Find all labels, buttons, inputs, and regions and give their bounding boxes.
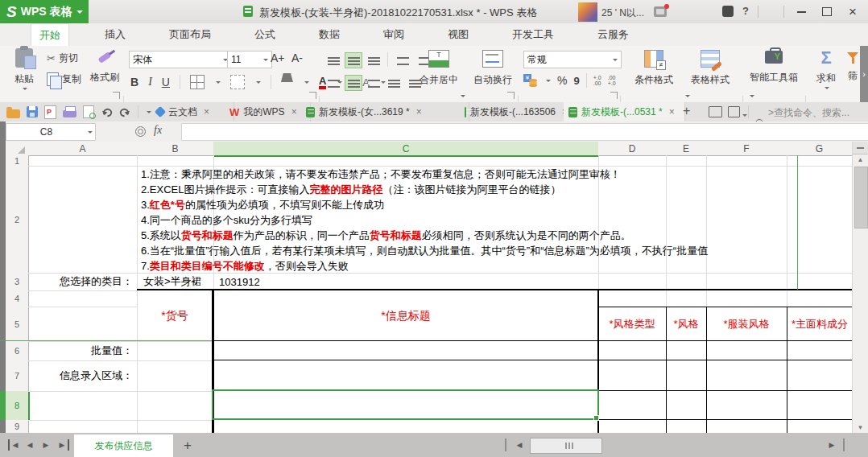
next-sheet-icon[interactable]: ▶ <box>40 439 52 451</box>
undo-icon[interactable] <box>101 106 113 118</box>
name-box[interactable]: C8 <box>6 123 96 141</box>
tab-cloud[interactable]: 云服务 <box>589 23 637 46</box>
split-handle[interactable] <box>853 142 868 154</box>
tab-data[interactable]: 数据 <box>311 23 348 46</box>
doc-tab-template1[interactable]: 新发模板-(女...3619 * × <box>301 102 469 121</box>
font-size-select[interactable]: 11 <box>227 51 272 68</box>
new-document-tab-button[interactable]: + <box>683 104 690 118</box>
row-header-2[interactable]: 2 <box>6 166 29 274</box>
add-sheet-button[interactable]: + <box>184 438 192 454</box>
doc-tab-mywps[interactable]: W 我的WPS × <box>225 102 311 121</box>
cell-d5[interactable]: *风格类型 <box>598 307 666 341</box>
row-header-5[interactable]: 5 <box>6 307 29 342</box>
save-icon[interactable] <box>27 106 38 117</box>
sheet-tab-active[interactable]: 发布供应信息 <box>74 434 173 457</box>
row-header-3[interactable]: 3 <box>6 273 29 291</box>
tab-page-layout[interactable]: 页面布局 <box>161 23 219 46</box>
filter-button[interactable]: 筛 <box>844 52 862 83</box>
column-header-b[interactable]: B <box>137 142 214 156</box>
tab-home[interactable]: 开始 <box>31 23 69 47</box>
prev-sheet-icon[interactable]: ◀ <box>24 439 35 451</box>
cut-button[interactable]: ✂ 剪切 <box>47 51 78 65</box>
cell-b3[interactable]: 女装>半身裙 <box>143 273 212 290</box>
tab-insert[interactable]: 插入 <box>97 23 134 46</box>
borders-dropdown-icon[interactable] <box>216 81 221 86</box>
number-format-select[interactable]: 常规 <box>523 51 622 68</box>
fill-handle[interactable] <box>593 415 599 421</box>
last-sheet-icon[interactable]: ▶ <box>56 439 69 451</box>
column-header-f[interactable]: F <box>706 142 787 156</box>
selected-cell-c8[interactable] <box>212 389 599 420</box>
close-tab-icon[interactable]: × <box>291 106 297 117</box>
close-tab-icon[interactable]: × <box>416 106 422 117</box>
cell-c3[interactable]: 1031912 <box>219 273 380 290</box>
user-avatar[interactable] <box>578 2 597 22</box>
draw-border-dropdown-icon[interactable] <box>256 81 261 86</box>
cell-c4-c5-merged[interactable]: *信息标题 <box>213 290 598 341</box>
copy-button[interactable]: 复制 <box>47 72 81 86</box>
cell-g5[interactable]: *主面料成分 <box>787 307 857 341</box>
switch-window-icon[interactable] <box>709 106 722 117</box>
row-header-6[interactable]: 6 <box>6 341 29 361</box>
comma-style-button[interactable]: 9 <box>573 75 579 87</box>
tab-review[interactable]: 审阅 <box>375 23 412 46</box>
column-header-c[interactable]: C <box>213 142 599 157</box>
justify-button[interactable] <box>385 75 403 91</box>
row-header-8[interactable]: 8 <box>6 391 30 421</box>
cell-a7[interactable]: 信息录入区域： <box>28 360 133 391</box>
increase-decimal-button[interactable]: +.0.00 <box>593 75 601 86</box>
cell-e5[interactable]: *风格 <box>666 307 706 341</box>
cell-f5[interactable]: *服装风格 <box>706 307 787 341</box>
row-header-7[interactable]: 7 <box>6 360 29 392</box>
cell-a3[interactable]: 您选择的类目： <box>28 273 133 290</box>
font-dialog-launcher[interactable] <box>309 92 316 99</box>
search-command-input[interactable]: >查找命令、搜索... <box>768 106 849 120</box>
help-icon[interactable]: ? <box>742 5 749 17</box>
currency-dropdown-icon[interactable] <box>546 80 551 84</box>
align-right-button[interactable] <box>365 75 382 91</box>
print-icon[interactable] <box>63 110 76 117</box>
currency-icon[interactable] <box>523 74 538 87</box>
close-tab-icon[interactable]: × <box>204 106 209 117</box>
row-header-1[interactable]: 1 <box>6 155 29 167</box>
align-bottom-button[interactable] <box>365 52 382 68</box>
name-box-dropdown-icon[interactable] <box>88 131 93 136</box>
merge-dropdown-icon[interactable] <box>461 95 465 100</box>
column-header-d[interactable]: D <box>598 142 667 156</box>
hscroll-left-cap[interactable] <box>505 438 506 451</box>
export-pdf-icon[interactable] <box>44 105 56 119</box>
cell-b4-b5-merged[interactable]: *货号 <box>137 290 213 341</box>
smart-toolbox-button[interactable]: 智能工具箱 <box>747 51 800 84</box>
wps-logo[interactable]: S WPS 表格 <box>0 0 89 23</box>
tab-formulas[interactable]: 公式 <box>246 23 283 46</box>
minimize-button[interactable] <box>789 0 813 23</box>
fill-color-dropdown-icon[interactable] <box>304 81 309 86</box>
redo-icon[interactable] <box>119 106 131 118</box>
percent-button[interactable]: % <box>557 74 567 87</box>
formula-input[interactable] <box>181 123 868 141</box>
sum-button[interactable]: Σ 求和 <box>810 50 842 90</box>
hscroll-right-cap[interactable] <box>843 438 845 451</box>
insert-function-icon[interactable] <box>135 126 146 137</box>
bold-button[interactable]: B <box>130 76 138 89</box>
scroll-down-icon[interactable]: ▼ <box>853 422 868 433</box>
align-dialog-launcher[interactable] <box>507 92 515 99</box>
vertical-scroll-thumb[interactable] <box>854 167 868 228</box>
print-preview-icon[interactable] <box>83 105 94 118</box>
tab-list-dropdown-icon[interactable] <box>742 114 747 119</box>
logo-dropdown-icon[interactable] <box>76 10 83 17</box>
row-header-9[interactable]: 9 <box>6 420 29 434</box>
scroll-up-icon[interactable]: ▲ <box>853 154 868 165</box>
align-middle-button[interactable] <box>345 52 362 68</box>
shrink-font-button[interactable]: A- <box>291 51 303 64</box>
grow-font-button[interactable]: A+ <box>271 51 285 64</box>
align-center-button[interactable] <box>345 75 362 91</box>
column-header-e[interactable]: E <box>666 142 707 156</box>
doc-tab-template3-active[interactable]: 新发模板-(...0531 * × <box>564 102 685 123</box>
hscroll-right-icon[interactable]: ▶ <box>826 439 837 451</box>
hscroll-left-icon[interactable]: ◀ <box>514 439 525 451</box>
draw-border-icon[interactable] <box>230 75 245 89</box>
align-left-button[interactable] <box>324 75 342 91</box>
underline-button[interactable]: U <box>162 76 170 89</box>
column-header-g[interactable]: G <box>787 142 853 156</box>
